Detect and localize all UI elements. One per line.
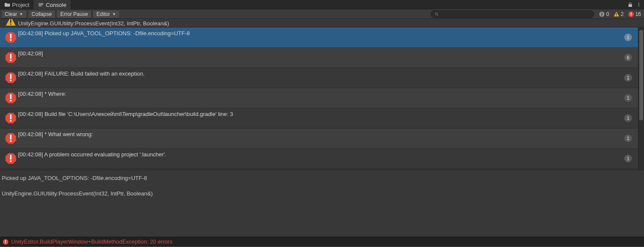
error-icon <box>5 72 17 84</box>
console-toolbar: Clear ▼ Collapse Error Pause Editor ▼ 0 … <box>0 9 644 19</box>
log-count-badge: 1 <box>624 134 632 142</box>
svg-rect-34 <box>10 135 11 140</box>
log-message: [00:42:08] FAILURE: Build failed with an… <box>18 70 624 77</box>
error-pause-label: Error Pause <box>60 11 88 17</box>
svg-rect-14 <box>631 12 632 15</box>
detail-line3: UnityEngine.GUIUtility:ProcessEvent(Int3… <box>2 190 153 197</box>
log-count-badge: 1 <box>624 94 632 102</box>
search-box[interactable] <box>431 10 594 18</box>
info-icon <box>599 11 605 17</box>
error-pause-button[interactable]: Error Pause <box>56 10 92 18</box>
svg-rect-25 <box>10 74 11 79</box>
svg-rect-35 <box>10 140 11 142</box>
log-row[interactable]: [00:42:08] * What went wrong:1 <box>0 128 638 149</box>
log-list: [00:42:08] Picked up JAVA_TOOL_OPTIONS: … <box>0 27 638 170</box>
log-icon-wrap <box>3 52 18 64</box>
log-icon-wrap <box>3 132 18 144</box>
log-row-clipped[interactable]: UnityEngine.GUIUtility:ProcessEvent(Int3… <box>0 19 644 27</box>
menu-dots-icon[interactable] <box>636 2 641 7</box>
svg-rect-12 <box>616 15 616 15</box>
chevron-down-icon: ▼ <box>19 12 23 16</box>
svg-rect-22 <box>10 54 11 59</box>
filter-error-count: 16 <box>635 11 641 17</box>
log-row-clipped-text: UnityEngine.GUIUtility:ProcessEvent(Int3… <box>18 20 169 27</box>
filter-info[interactable]: 0 <box>597 10 611 18</box>
log-row[interactable]: [00:42:08] A problem occurred evaluating… <box>0 149 638 169</box>
svg-rect-17 <box>10 24 12 25</box>
filter-error[interactable]: 16 <box>626 10 643 18</box>
lock-icon[interactable] <box>628 2 633 7</box>
filter-warning[interactable]: 2 <box>611 10 626 18</box>
search-icon <box>434 12 439 16</box>
filter-info-count: 0 <box>606 11 609 17</box>
error-icon <box>5 132 17 144</box>
detail-line1: Picked up JAVA_TOOL_OPTIONS: -Dfile.enco… <box>2 175 147 181</box>
error-icon <box>5 52 17 64</box>
log-message: [00:42:08] A problem occurred evaluating… <box>18 151 624 158</box>
collapse-button[interactable]: Collapse <box>28 10 56 18</box>
chevron-down-icon: ▼ <box>112 12 116 16</box>
svg-point-5 <box>638 6 639 6</box>
console-icon <box>38 2 44 8</box>
tab-console-label: Console <box>46 2 66 8</box>
log-count-badge: 1 <box>624 155 632 162</box>
svg-rect-26 <box>10 80 11 81</box>
log-row[interactable]: [00:42:08]6 <box>0 48 638 68</box>
window-controls <box>625 0 644 9</box>
error-icon <box>5 112 17 124</box>
svg-rect-15 <box>631 15 632 16</box>
log-row[interactable]: [00:42:08] * Where:1 <box>0 88 638 108</box>
svg-rect-16 <box>10 19 12 23</box>
svg-rect-1 <box>39 4 43 5</box>
status-text[interactable]: UnityEditor.BuildPlayerWindow+BuildMetho… <box>11 238 173 245</box>
svg-rect-31 <box>10 115 11 119</box>
svg-rect-38 <box>10 161 11 162</box>
svg-rect-28 <box>10 95 11 99</box>
editor-label: Editor <box>96 11 110 17</box>
svg-rect-40 <box>5 240 6 242</box>
folder-icon <box>4 2 10 8</box>
log-row[interactable]: [00:42:08] Build file 'C:\Users\Алексей\… <box>0 108 638 128</box>
log-icon-wrap <box>3 72 18 84</box>
log-icon-wrap <box>3 31 18 43</box>
svg-rect-32 <box>10 120 11 122</box>
log-count-badge: 1 <box>624 34 632 41</box>
svg-rect-23 <box>10 60 11 61</box>
log-row[interactable]: [00:42:08] Picked up JAVA_TOOL_OPTIONS: … <box>0 27 638 48</box>
editor-dropdown[interactable]: Editor ▼ <box>92 10 120 18</box>
tab-console[interactable]: Console <box>34 0 71 9</box>
scrollbar-thumb[interactable] <box>639 30 643 120</box>
svg-rect-41 <box>5 243 6 244</box>
svg-point-3 <box>638 3 639 3</box>
warning-icon <box>613 11 619 17</box>
tab-spacer <box>71 0 625 9</box>
log-message: [00:42:08] Build file 'C:\Users\Алексей\… <box>18 111 624 117</box>
detail-panel[interactable]: Picked up JAVA_TOOL_OPTIONS: -Dfile.enco… <box>0 170 644 237</box>
log-message: [00:42:08] Picked up JAVA_TOOL_OPTIONS: … <box>18 30 624 37</box>
svg-line-7 <box>438 15 439 16</box>
svg-rect-2 <box>39 6 42 6</box>
scrollbar[interactable] <box>638 27 644 170</box>
log-icon-wrap <box>3 112 18 124</box>
svg-point-4 <box>638 4 639 5</box>
tab-project[interactable]: Project <box>0 0 34 9</box>
search-input[interactable] <box>441 12 590 17</box>
log-count-badge: 6 <box>624 54 632 61</box>
status-bar: UnityEditor.BuildPlayerWindow+BuildMetho… <box>0 237 644 246</box>
clear-label: Clear <box>5 11 17 17</box>
log-count-badge: 1 <box>624 74 632 82</box>
log-row[interactable]: [00:42:08] FAILURE: Build failed with an… <box>0 68 638 88</box>
log-message: [00:42:08] * What went wrong: <box>18 131 624 137</box>
log-icon-wrap <box>3 92 18 104</box>
tab-project-label: Project <box>12 2 29 8</box>
error-icon <box>628 11 634 17</box>
svg-rect-0 <box>39 3 43 4</box>
error-icon <box>5 152 17 165</box>
warning-icon <box>5 19 16 27</box>
svg-rect-19 <box>10 34 11 39</box>
error-icon <box>3 239 9 245</box>
svg-rect-9 <box>601 14 602 15</box>
clear-button[interactable]: Clear ▼ <box>1 10 27 18</box>
log-count-badge: 1 <box>624 114 632 122</box>
error-icon <box>5 92 17 104</box>
